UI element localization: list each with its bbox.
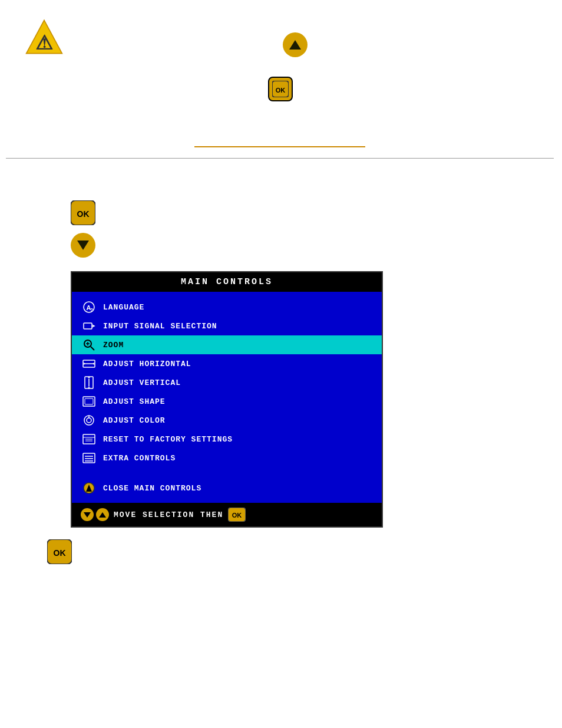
osd-item-adjust-color[interactable]: ADJUST COLOR <box>72 411 382 430</box>
adjust-color-icon <box>81 414 97 427</box>
svg-text:OK: OK <box>232 512 242 519</box>
adjust-horizontal-icon <box>81 357 97 370</box>
down-arrow-button[interactable] <box>71 233 95 258</box>
zoom-icon <box>81 338 97 351</box>
svg-text:?: ? <box>90 307 94 312</box>
reset-factory-label: RESET TO FACTORY SETTINGS <box>103 435 373 444</box>
footer-text: MOVE SELECTION THEN <box>114 510 223 519</box>
osd-menu: MAIN CONTROLS A ? LANGUAGE <box>71 271 383 528</box>
extra-controls-icon <box>81 452 97 465</box>
orange-underline <box>194 146 365 147</box>
osd-item-adjust-horizontal[interactable]: ADJUST HORIZONTAL <box>72 354 382 373</box>
osd-items-list: A ? LANGUAGE INPUT SIGNAL SELECTION <box>72 292 382 473</box>
ok-button-mid[interactable]: OK <box>71 200 95 228</box>
language-icon: A ? <box>81 301 97 314</box>
svg-line-11 <box>91 347 94 350</box>
adjust-vertical-label: ADJUST VERTICAL <box>103 378 373 387</box>
footer-ok-icon: OK <box>228 508 246 522</box>
osd-item-zoom[interactable]: ZOOM <box>72 335 382 354</box>
reset-factory-icon <box>81 433 97 446</box>
svg-text:OK: OK <box>54 548 66 558</box>
svg-rect-9 <box>84 323 92 329</box>
footer-down-icon <box>81 508 94 521</box>
warning-icon: ⚠ <box>24 18 65 59</box>
adjust-shape-icon <box>81 395 97 408</box>
input-signal-label: INPUT SIGNAL SELECTION <box>103 322 373 331</box>
osd-title: MAIN CONTROLS <box>72 272 382 292</box>
close-circle-icon <box>81 482 97 495</box>
svg-text:OK: OK <box>276 87 286 94</box>
svg-rect-19 <box>85 398 93 404</box>
ok-button-top[interactable]: OK <box>268 77 293 101</box>
adjust-shape-label: ADJUST SHAPE <box>103 397 373 406</box>
osd-item-adjust-vertical[interactable]: ADJUST VERTICAL <box>72 373 382 392</box>
adjust-vertical-icon <box>81 376 97 389</box>
language-label: LANGUAGE <box>103 303 373 312</box>
osd-close-item[interactable]: CLOSE MAIN CONTROLS <box>81 478 373 498</box>
extra-controls-label: EXTRA CONTROLS <box>103 454 373 463</box>
osd-item-reset-factory[interactable]: RESET TO FACTORY SETTINGS <box>72 430 382 449</box>
up-arrow-button-top[interactable] <box>283 32 308 57</box>
ok-button-after[interactable]: OK <box>47 539 538 566</box>
zoom-label: ZOOM <box>103 341 373 350</box>
top-section: ⚠ OK <box>0 0 562 189</box>
osd-item-input-signal[interactable]: INPUT SIGNAL SELECTION <box>72 317 382 335</box>
section-divider <box>6 158 554 159</box>
osd-footer: MOVE SELECTION THEN OK <box>72 503 382 526</box>
svg-text:OK: OK <box>77 209 90 219</box>
footer-nav-icons <box>81 508 109 521</box>
input-signal-icon <box>81 319 97 332</box>
osd-item-adjust-shape[interactable]: ADJUST SHAPE <box>72 392 382 411</box>
adjust-horizontal-label: ADJUST HORIZONTAL <box>103 360 373 368</box>
osd-close-section: CLOSE MAIN CONTROLS <box>72 473 382 503</box>
bottom-section: OK MAIN CONTROLS A ? LANGUAGE <box>0 189 562 578</box>
footer-up-icon <box>96 508 109 521</box>
close-main-label: CLOSE MAIN CONTROLS <box>103 484 201 493</box>
osd-item-language[interactable]: A ? LANGUAGE <box>72 298 382 317</box>
adjust-color-label: ADJUST COLOR <box>103 416 373 425</box>
osd-item-extra-controls[interactable]: EXTRA CONTROLS <box>72 449 382 467</box>
svg-point-21 <box>87 418 91 423</box>
svg-text:⚠: ⚠ <box>35 32 53 54</box>
